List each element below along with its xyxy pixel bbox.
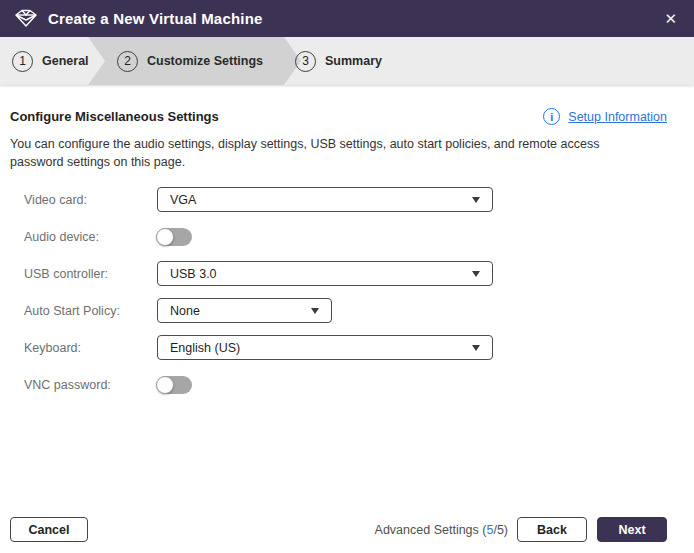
step-label: General (42, 54, 89, 68)
wizard-step-general[interactable]: 1 General (12, 37, 89, 85)
video-card-dropdown[interactable]: VGA (157, 187, 493, 212)
page-content: Configure Miscellaneous Settings i Setup… (0, 85, 694, 397)
virtualization-station-icon (14, 9, 38, 29)
advanced-settings-text: Advanced Settings ( (375, 523, 487, 537)
chevron-down-icon (311, 308, 319, 314)
toggle-knob (156, 376, 174, 394)
auto-start-policy-row: Auto Start Policy: None (10, 298, 667, 323)
wizard-step-customize-settings[interactable]: 2 Customize Settings (117, 37, 263, 85)
video-card-value: VGA (170, 193, 196, 207)
usb-controller-dropdown[interactable]: USB 3.0 (157, 261, 493, 286)
auto-start-policy-dropdown[interactable]: None (157, 298, 332, 323)
usb-controller-row: USB controller: USB 3.0 (10, 261, 667, 286)
wizard-step-summary[interactable]: 3 Summary (295, 37, 382, 85)
wizard-stepbar: 1 General 2 Customize Settings 3 Summary (0, 37, 694, 85)
chevron-down-icon (472, 271, 480, 277)
chevron-down-icon (472, 197, 480, 203)
usb-controller-value: USB 3.0 (170, 267, 217, 281)
audio-device-toggle[interactable] (157, 228, 192, 246)
settings-form: Video card: VGA Audio device: USB contro… (10, 187, 667, 397)
auto-start-policy-value: None (170, 304, 200, 318)
vnc-password-toggle[interactable] (157, 376, 192, 394)
step-label: Summary (325, 54, 382, 68)
vnc-password-label: VNC password: (24, 378, 157, 392)
chevron-down-icon (472, 345, 480, 351)
audio-device-row: Audio device: (10, 224, 667, 249)
auto-start-policy-label: Auto Start Policy: (24, 304, 157, 318)
setup-information-link[interactable]: Setup Information (568, 110, 667, 124)
step-label: Customize Settings (147, 54, 263, 68)
dialog-footer: Cancel Advanced Settings (5/5) Back Next (10, 517, 667, 542)
step-number-circle: 1 (12, 51, 33, 72)
usb-controller-label: USB controller: (24, 267, 157, 281)
vnc-password-row: VNC password: (10, 372, 667, 397)
keyboard-row: Keyboard: English (US) (10, 335, 667, 360)
keyboard-dropdown[interactable]: English (US) (157, 335, 493, 360)
cancel-button[interactable]: Cancel (10, 517, 88, 542)
video-card-row: Video card: VGA (10, 187, 667, 212)
back-button[interactable]: Back (517, 517, 587, 542)
page-title: Configure Miscellaneous Settings (10, 109, 219, 124)
advanced-settings-total: /5) (493, 523, 508, 537)
keyboard-value: English (US) (170, 341, 240, 355)
dialog-title: Create a New Virtual Machine (48, 10, 263, 27)
video-card-label: Video card: (24, 193, 157, 207)
step-number-circle: 3 (295, 51, 316, 72)
next-button[interactable]: Next (597, 517, 667, 542)
dialog-titlebar: Create a New Virtual Machine ✕ (0, 0, 694, 37)
info-icon[interactable]: i (543, 108, 560, 125)
close-icon[interactable]: ✕ (661, 9, 680, 28)
page-description: You can configure the audio settings, di… (10, 135, 632, 171)
advanced-settings-link[interactable]: Advanced Settings (5/5) (375, 523, 508, 537)
keyboard-label: Keyboard: (24, 341, 157, 355)
audio-device-label: Audio device: (24, 230, 157, 244)
toggle-knob (156, 228, 174, 246)
step-number-circle: 2 (117, 51, 138, 72)
